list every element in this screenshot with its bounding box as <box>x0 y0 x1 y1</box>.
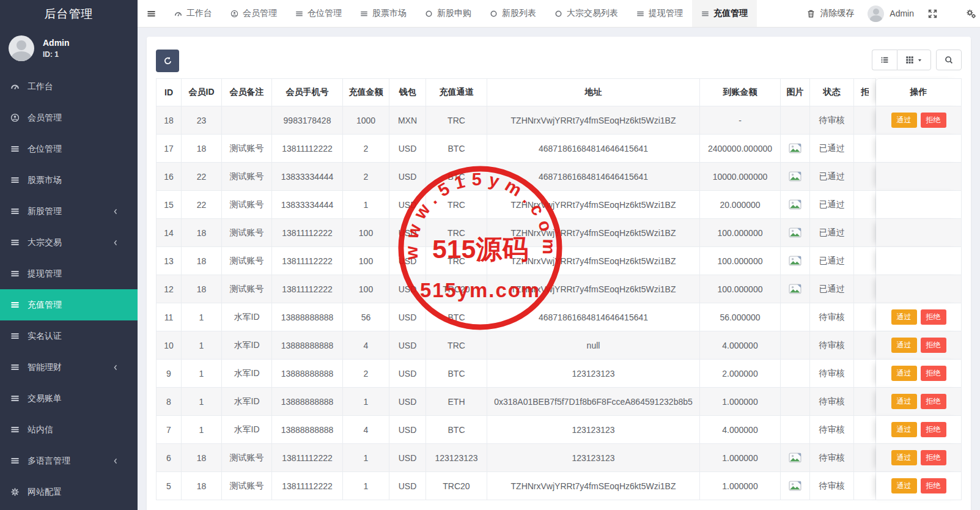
tab-block-list[interactable]: 大宗交易列表 <box>545 0 627 27</box>
table-row: 618测试账号138111122221USD123123123123123123… <box>156 444 962 472</box>
table-row: 518测试账号138111122221USDTRC20TZHNrxVwjYRRt… <box>156 472 962 500</box>
dashboard-icon <box>10 82 20 91</box>
cell-phone: 13888888888 <box>272 388 343 416</box>
tab-positions[interactable]: 仓位管理 <box>286 0 351 27</box>
cell-received: 56.000000 <box>700 303 781 331</box>
approve-button[interactable]: 通过 <box>891 309 917 325</box>
reject-button[interactable]: 拒绝 <box>921 422 946 437</box>
sidebar-item-kyc[interactable]: 实名认证 <box>0 320 138 352</box>
image-icon[interactable] <box>789 199 801 209</box>
approve-button[interactable]: 通过 <box>891 478 917 493</box>
cell-address: TZHNrxVwjYRRt7y4fmSEoqHz6kt5Wzi1BZ <box>487 247 700 275</box>
tab-ipo-apply[interactable]: 新股申购 <box>416 0 481 27</box>
cell-remark: 水军ID <box>222 331 272 360</box>
image-icon[interactable] <box>789 143 801 153</box>
cell-address: TZHNrxVwjYRRt7y4fmSEoqHz6kt5Wzi1BZ <box>487 191 700 219</box>
cell-member-id: 18 <box>182 247 222 275</box>
chevron-left-icon <box>112 208 119 215</box>
sidebar-item-workbench[interactable]: 工作台 <box>0 71 138 102</box>
cell-id: 10 <box>156 331 182 360</box>
reject-button[interactable]: 拒绝 <box>921 366 946 381</box>
column-header-phone: 会员手机号 <box>272 78 343 106</box>
image-icon[interactable] <box>789 171 801 181</box>
cell-remark: 测试账号 <box>222 444 272 472</box>
sidebar-item-label: 仓位管理 <box>28 144 62 155</box>
approve-button[interactable]: 通过 <box>891 113 917 128</box>
cell-member-id: 18 <box>182 472 222 500</box>
cell-image <box>781 416 810 444</box>
image-icon[interactable] <box>789 256 801 265</box>
clear-cache-button[interactable]: 清除缓存 <box>806 8 854 19</box>
tab-label: 会员管理 <box>243 8 277 19</box>
approve-button[interactable]: 通过 <box>891 338 917 353</box>
cell-address: 46871861684814646415641 <box>487 135 700 163</box>
sidebar-item-new-stock[interactable]: 新股管理 <box>0 196 138 227</box>
image-icon[interactable] <box>789 453 801 462</box>
reject-button[interactable]: 拒绝 <box>921 394 946 409</box>
cell-status: 待审核 <box>810 303 854 331</box>
image-icon[interactable] <box>789 227 801 237</box>
sidebar-item-recharge[interactable]: 充值管理 <box>0 289 138 320</box>
cell-channel: BTC <box>426 135 487 163</box>
reject-button[interactable]: 拒绝 <box>921 478 946 493</box>
cell-hidden <box>854 191 876 219</box>
sidebar-item-withdraw[interactable]: 提现管理 <box>0 258 138 289</box>
cell-image <box>781 219 810 247</box>
reject-button[interactable]: 拒绝 <box>921 309 946 325</box>
approve-button[interactable]: 通过 <box>891 366 917 381</box>
sidebar-item-label: 交易账单 <box>28 393 62 404</box>
cell-wallet: USD <box>389 331 426 360</box>
cell-image <box>781 331 810 360</box>
hamburger-icon[interactable] <box>138 0 165 27</box>
approve-button[interactable]: 通过 <box>891 450 917 465</box>
tab-members[interactable]: 会员管理 <box>221 0 286 27</box>
fullscreen-icon[interactable] <box>927 9 938 19</box>
tab-stock-market[interactable]: 股票市场 <box>351 0 416 27</box>
reject-button[interactable]: 拒绝 <box>921 113 946 128</box>
dashboard-icon <box>174 10 182 18</box>
cell-hidden <box>854 472 876 500</box>
image-icon[interactable] <box>789 481 801 490</box>
cell-phone: 13833334444 <box>272 191 343 219</box>
user-name: Admin <box>43 38 70 48</box>
cell-hidden <box>854 388 876 416</box>
list-view-button[interactable] <box>872 50 897 70</box>
cell-received: 2.000000 <box>700 360 781 388</box>
settings-cogs-icon[interactable] <box>966 9 976 19</box>
tab-workbench[interactable]: 工作台 <box>165 0 221 27</box>
sidebar-item-languages[interactable]: 多语言管理 <box>0 445 138 476</box>
sidebar-item-block-trade[interactable]: 大宗交易 <box>0 227 138 258</box>
sidebar-item-site-config[interactable]: 网站配置 <box>0 476 138 508</box>
sidebar-item-positions[interactable]: 仓位管理 <box>0 133 138 164</box>
cell-phone: 9983178428 <box>272 106 343 135</box>
approve-button[interactable]: 通过 <box>891 422 917 437</box>
sidebar-item-messages[interactable]: 站内信 <box>0 414 138 445</box>
search-button[interactable] <box>936 50 962 70</box>
reject-button[interactable]: 拒绝 <box>921 450 946 465</box>
cell-actions: 通过拒绝 <box>876 303 962 331</box>
list-icon <box>10 144 20 153</box>
refresh-button[interactable] <box>156 50 179 72</box>
cell-amount: 2 <box>343 163 389 191</box>
cell-id: 16 <box>156 163 182 191</box>
tab-label: 仓位管理 <box>308 8 342 19</box>
cell-received: 20.000000 <box>700 191 781 219</box>
tab-recharge[interactable]: 充值管理 <box>692 0 757 27</box>
sidebar-item-smart-finance[interactable]: 智能理财 <box>0 352 138 383</box>
tab-withdraw[interactable]: 提现管理 <box>627 0 692 27</box>
tab-ipo-list[interactable]: 新股列表 <box>481 0 545 27</box>
grid-view-button[interactable] <box>897 50 931 70</box>
cell-received: 1.000000 <box>700 472 781 500</box>
cell-member-id: 22 <box>182 163 222 191</box>
cell-received: 100.000000 <box>700 247 781 275</box>
topbar-admin[interactable]: Admin <box>868 6 914 22</box>
cell-remark <box>222 106 272 135</box>
reject-button[interactable]: 拒绝 <box>921 338 946 353</box>
approve-button[interactable]: 通过 <box>891 394 917 409</box>
sidebar-item-stock-market[interactable]: 股票市场 <box>0 164 138 196</box>
sidebar-item-trade-bills[interactable]: 交易账单 <box>0 383 138 414</box>
sidebar-item-members[interactable]: 会员管理 <box>0 102 138 133</box>
cell-phone: 13811112222 <box>272 219 343 247</box>
image-icon[interactable] <box>789 284 801 294</box>
cell-status: 已通过 <box>810 247 854 275</box>
